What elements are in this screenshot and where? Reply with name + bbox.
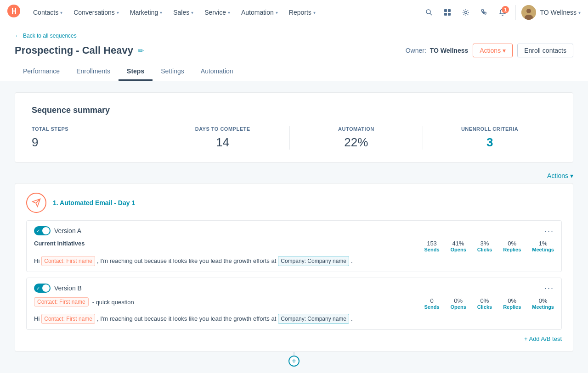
tab-settings[interactable]: Settings [153, 63, 192, 81]
svg-rect-4 [448, 9, 451, 12]
stat-total-steps: TOTAL STEPS 9 [32, 126, 156, 150]
check-icon: ✓ [36, 228, 40, 234]
stat-automation-label: AUTOMATION [299, 126, 414, 132]
version-b-content-suffix: - quick question [92, 299, 134, 306]
topnav-marketing[interactable]: Marketing ▾ [124, 0, 168, 25]
b-replies-label: Replies [503, 304, 521, 310]
breadcrumb[interactable]: ← Back to all sequences [15, 33, 573, 39]
sends-label: Sends [424, 247, 440, 252]
avatar[interactable] [521, 5, 536, 20]
marketplace-button[interactable] [440, 5, 455, 20]
toggle-knob [42, 284, 50, 292]
chevron-down-icon: ▾ [160, 10, 162, 15]
svg-point-7 [465, 11, 467, 14]
replies-label: Replies [503, 247, 521, 252]
stat-automation-value: 22% [299, 135, 414, 150]
stat-b-clicks: 0% Clicks [477, 297, 492, 310]
enroll-contacts-button[interactable]: Enroll contacts [517, 44, 573, 57]
search-button[interactable] [422, 5, 436, 20]
version-b-more-button[interactable]: ··· [544, 284, 554, 292]
notification-count: 1 [502, 6, 509, 13]
check-icon: ✓ [36, 286, 40, 291]
b-meetings-value: 0% [532, 297, 554, 304]
svg-rect-6 [448, 13, 451, 16]
b-opens-value: 0% [451, 297, 466, 304]
summary-card: Sequence summary TOTAL STEPS 9 DAYS TO C… [15, 92, 573, 163]
stat-days-label: DAYS TO COMPLETE [165, 126, 280, 132]
tabs: Performance Enrollments Steps Settings A… [15, 63, 573, 81]
stat-days-value: 14 [165, 135, 280, 150]
add-step-button[interactable]: + [288, 356, 300, 367]
username-label[interactable]: TO Wellness ▾ [540, 9, 581, 16]
version-b-block: ✓ Version B ··· Contact: First name - qu… [26, 278, 562, 330]
stat-unenroll: UNENROLL CRITERIA 3 [423, 126, 556, 150]
topnav-automation[interactable]: Automation ▾ [236, 0, 283, 25]
chevron-down-icon: ▾ [313, 10, 316, 15]
b-clicks-label: Clicks [477, 304, 492, 310]
topnav-contacts[interactable]: Contacts ▾ [28, 0, 68, 25]
actions-button[interactable]: Actions ▾ [473, 44, 513, 57]
phone-button[interactable] [477, 5, 492, 20]
chevron-down-icon: ▾ [60, 10, 62, 15]
topnav-sales[interactable]: Sales ▾ [168, 0, 199, 25]
tab-enrollments[interactable]: Enrollments [68, 63, 119, 81]
version-a-label-row: ✓ Version A [34, 226, 81, 235]
b-meetings-label: Meetings [532, 304, 554, 310]
connector-line [294, 352, 294, 356]
b-contact-firstname-token: Contact: First name [41, 314, 95, 324]
actions-dropdown-button[interactable]: Actions ▾ [547, 172, 573, 179]
version-b-label-row: ✓ Version B [34, 284, 82, 293]
title-right: Owner: TO Wellness Actions ▾ Enroll cont… [406, 44, 573, 57]
meetings-label: Meetings [532, 247, 554, 252]
version-a-more-button[interactable]: ··· [544, 227, 554, 235]
topnav-reports[interactable]: Reports ▾ [283, 0, 321, 25]
stat-unenroll-value: 3 [432, 135, 547, 150]
b-sends-value: 0 [424, 297, 440, 304]
chevron-down-icon: ▾ [117, 10, 119, 15]
stat-total-steps-value: 9 [32, 135, 147, 150]
settings-button[interactable] [458, 5, 473, 20]
version-b-toggle[interactable]: ✓ [34, 284, 51, 293]
main-content: Sequence summary TOTAL STEPS 9 DAYS TO C… [0, 81, 588, 373]
stat-b-meetings: 0% Meetings [532, 297, 554, 310]
chevron-down-icon: ▾ [578, 10, 581, 15]
notifications-button[interactable]: 1 [495, 5, 510, 20]
clicks-value: 3% [477, 240, 492, 247]
topnav-items: Contacts ▾ Conversations ▾ Marketing ▾ S… [28, 0, 422, 25]
edit-icon[interactable]: ✏ [138, 46, 144, 55]
version-a-preview: Hi Contact: First name , I'm reaching ou… [34, 256, 554, 266]
topnav-service[interactable]: Service ▾ [199, 0, 236, 25]
svg-point-1 [426, 10, 430, 14]
actions-row: Actions ▾ [15, 172, 573, 179]
version-a-block: ✓ Version A ··· Current initiatives 153 … [26, 220, 562, 272]
stat-clicks: 3% Clicks [477, 240, 492, 252]
tab-performance[interactable]: Performance [15, 63, 68, 81]
version-a-stats: 153 Sends 41% Opens 3% Clicks 0% Replies [424, 240, 554, 252]
add-ab-row: + Add A/B test [26, 335, 562, 342]
stat-meetings: 1% Meetings [532, 240, 554, 252]
stat-sends: 153 Sends [424, 240, 440, 252]
hubspot-logo[interactable] [7, 5, 20, 20]
topnav-conversations[interactable]: Conversations ▾ [68, 0, 124, 25]
tab-automation[interactable]: Automation [192, 63, 242, 81]
tab-steps[interactable]: Steps [119, 63, 153, 81]
stat-b-replies: 0% Replies [503, 297, 521, 310]
subheader: ← Back to all sequences Prospecting - Ca… [0, 25, 588, 81]
topnav: Contacts ▾ Conversations ▾ Marketing ▾ S… [0, 0, 588, 25]
stat-b-sends: 0 Sends [424, 297, 440, 310]
stat-opens: 41% Opens [451, 240, 466, 252]
add-ab-test-button[interactable]: + Add A/B test [524, 335, 562, 342]
version-a-content-name: Current initiatives [34, 240, 85, 247]
chevron-down-icon: ▾ [228, 10, 230, 15]
version-a-toggle[interactable]: ✓ [34, 226, 51, 235]
page-title: Prospecting - Call Heavy [15, 45, 133, 56]
version-a-label: Version A [54, 227, 81, 234]
stat-replies: 0% Replies [503, 240, 521, 252]
version-b-stats: 0 Sends 0% Opens 0% Clicks 0% Replies [424, 297, 554, 310]
opens-label: Opens [451, 247, 466, 252]
b-opens-label: Opens [451, 304, 466, 310]
breadcrumb-arrow-icon: ← [15, 33, 20, 39]
summary-title: Sequence summary [32, 106, 556, 115]
b-company-name-token: Company: Company name [278, 314, 349, 324]
opens-value: 41% [451, 240, 466, 247]
